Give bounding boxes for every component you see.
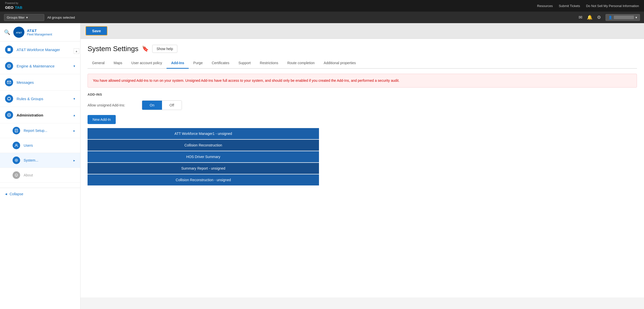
tab-general[interactable]: General: [88, 58, 109, 69]
tab-purge[interactable]: Purge: [189, 58, 207, 69]
svg-point-20: [16, 160, 17, 161]
svg-text:TAB: TAB: [15, 5, 22, 10]
tab-add-ins[interactable]: Add-Ins: [167, 58, 189, 69]
sidebar-item-users[interactable]: Users: [0, 138, 80, 153]
collapse-label: Collapse: [10, 192, 23, 196]
sidebar-item-administration[interactable]: Administration ▴: [0, 107, 80, 123]
save-button[interactable]: Save: [86, 26, 107, 35]
collapse-button[interactable]: ◂ Collapse: [0, 188, 80, 200]
report-svg-icon: [15, 129, 18, 132]
submit-tickets-link[interactable]: Submit Tickets: [559, 4, 580, 8]
brand-area: AT&T AT&T Fleet Management: [13, 27, 52, 38]
sidebar-item-about[interactable]: i About: [0, 168, 80, 183]
toolbar: Save: [80, 23, 644, 39]
tab-certificates[interactable]: Certificates: [207, 58, 234, 69]
mail-icon-button[interactable]: ✉: [579, 15, 582, 20]
addon-item-collision[interactable]: Collision Reconstruction: [88, 140, 319, 151]
brand-text: AT&T Fleet Management: [27, 28, 52, 36]
rules-label: Rules & Groups: [17, 97, 70, 101]
addon-item-collision-2[interactable]: Collision Reconstruction - unsigned: [88, 174, 319, 185]
addon-item-att-workforce[interactable]: ATT Workforce Manager1 - unsigned: [88, 128, 319, 139]
svg-point-6: [9, 65, 10, 66]
sidebar-item-system[interactable]: System... ▸: [0, 153, 80, 168]
user-chevron: ▾: [635, 16, 637, 19]
messages-label: Messages: [17, 80, 75, 85]
users-svg-icon: [15, 144, 18, 147]
bell-icon-button[interactable]: 🔔: [587, 15, 592, 20]
logo-area: Powered by GEO TAB: [5, 1, 28, 11]
toggle-off-button[interactable]: Off: [162, 101, 182, 110]
report-setup-label: Report Setup...: [24, 129, 70, 133]
addon-list: ATT Workforce Manager1 - unsigned Collis…: [88, 128, 319, 185]
brand-sub: Fleet Management: [27, 33, 52, 36]
sidebar: 🔍 AT&T AT&T Fleet Management ▲: [0, 23, 80, 309]
svg-point-9: [9, 97, 9, 98]
main-content: Save System Settings 🔖 Show help General…: [80, 23, 644, 309]
warning-box: You have allowed unsigned Add-Ins to run…: [88, 74, 637, 88]
admin-icon: [5, 111, 13, 119]
resources-link[interactable]: Resources: [537, 4, 553, 8]
system-arrow: ▸: [73, 159, 75, 162]
tab-support[interactable]: Support: [234, 58, 255, 69]
search-button[interactable]: 🔍: [4, 29, 10, 35]
second-bar: Groups filter ▾ All groups selected ✉ 🔔 …: [0, 12, 644, 23]
main-layout: 🔍 AT&T AT&T Fleet Management ▲: [0, 23, 644, 309]
rules-icon: [5, 95, 13, 103]
toggle-on-button[interactable]: On: [142, 101, 162, 110]
svg-text:i: i: [16, 174, 17, 177]
all-groups-text: All groups selected: [47, 16, 576, 19]
svg-point-18: [16, 144, 17, 146]
svg-point-11: [8, 99, 8, 100]
addon-item-hos[interactable]: HOS Driver Summary: [88, 151, 319, 162]
tab-additional-properties[interactable]: Additional properties: [319, 58, 360, 69]
sidebar-item-workforce[interactable]: AT&T Workforce Manager: [0, 42, 80, 58]
system-svg-icon: [15, 159, 18, 162]
tab-user-account-policy[interactable]: User account policy: [127, 58, 167, 69]
sidebar-item-report-setup[interactable]: Report Setup... ▸: [0, 123, 80, 138]
bookmark-icon[interactable]: 🔖: [142, 46, 149, 52]
brand-logo: AT&T: [13, 27, 24, 38]
top-nav-links: Resources Submit Tickets Do Not Sell My …: [537, 4, 639, 8]
svg-text:AT&T: AT&T: [16, 31, 22, 34]
system-label: System...: [24, 158, 70, 162]
rules-svg-icon: [7, 97, 11, 101]
att-logo-icon: AT&T: [15, 28, 23, 36]
svg-text:GEO: GEO: [5, 5, 14, 10]
sidebar-item-messages[interactable]: Messages: [0, 74, 80, 91]
system-icon: [13, 157, 20, 164]
do-not-sell-link[interactable]: Do Not Sell My Personal Information: [586, 4, 639, 8]
report-setup-arrow: ▸: [73, 129, 75, 133]
svg-point-10: [10, 99, 10, 100]
geotab-logo: GEO TAB: [5, 5, 28, 10]
content-area: System Settings 🔖 Show help General Maps…: [80, 39, 644, 297]
addon-item-summary[interactable]: Summary Report - unsigned: [88, 163, 319, 174]
page-title-row: System Settings 🔖 Show help: [88, 45, 637, 53]
sidebar-item-engine[interactable]: Engine & Maintenance ▾: [0, 58, 80, 74]
addins-section-title: ADD-INS: [88, 93, 637, 96]
about-label: About: [24, 173, 75, 177]
groups-filter-chevron: ▾: [26, 16, 28, 19]
new-addon-button[interactable]: New Add-In: [88, 115, 116, 124]
tab-route-completion[interactable]: Route completion: [283, 58, 319, 69]
brand-name: AT&T: [27, 28, 52, 33]
settings-icon-button[interactable]: ⚙: [597, 15, 601, 20]
svg-rect-4: [8, 48, 11, 51]
toggle-group: On Off: [142, 100, 182, 110]
top-nav: Powered by GEO TAB Resources Submit Tick…: [0, 0, 644, 12]
tab-maps[interactable]: Maps: [109, 58, 127, 69]
show-help-button[interactable]: Show help: [152, 45, 177, 53]
user-icon: 👤: [608, 16, 612, 19]
sidebar-item-rules[interactable]: Rules & Groups ▾: [0, 91, 80, 107]
administration-label: Administration: [17, 113, 70, 117]
svg-point-13: [9, 114, 10, 115]
user-menu-button[interactable]: 👤 ▾: [606, 14, 640, 21]
engine-svg-icon: [7, 64, 11, 68]
workforce-svg-icon: [7, 48, 11, 52]
groups-filter-button[interactable]: Groups filter ▾: [4, 14, 44, 21]
tab-restrictions[interactable]: Restrictions: [255, 58, 283, 69]
warning-text: You have allowed unsigned Add-Ins to run…: [93, 79, 399, 83]
messages-icon: [5, 78, 13, 86]
engine-chevron: ▾: [73, 64, 75, 68]
users-icon: [13, 142, 20, 149]
rules-chevron: ▾: [73, 97, 75, 101]
